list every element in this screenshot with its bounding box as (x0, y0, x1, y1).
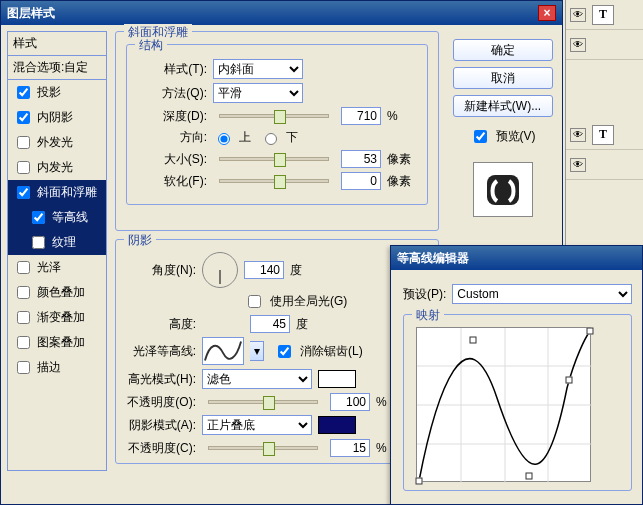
shadow-mode-label: 阴影模式(A): (126, 417, 196, 434)
contour-titlebar: 等高线编辑器 (391, 246, 642, 270)
curve-anchor[interactable] (416, 478, 423, 485)
style-checkbox[interactable] (32, 236, 45, 249)
layer-row[interactable]: 👁 T (566, 120, 643, 150)
style-item-光泽[interactable]: 光泽 (8, 255, 106, 280)
depth-slider[interactable] (219, 114, 329, 118)
direction-up-radio[interactable] (218, 133, 230, 145)
altitude-unit: 度 (296, 316, 308, 333)
style-checkbox[interactable] (17, 136, 30, 149)
visibility-eye-icon[interactable]: 👁 (570, 8, 586, 22)
style-checkbox[interactable] (17, 336, 30, 349)
new-style-button[interactable]: 新建样式(W)... (453, 95, 553, 117)
ok-button[interactable]: 确定 (453, 39, 553, 61)
highlight-color-swatch[interactable] (318, 370, 356, 388)
styles-panel: 样式 混合选项:自定 投影内阴影外发光内发光斜面和浮雕等高线纹理光泽颜色叠加渐变… (1, 25, 111, 504)
style-item-label: 内发光 (37, 159, 73, 176)
style-item-颜色叠加[interactable]: 颜色叠加 (8, 280, 106, 305)
visibility-eye-icon[interactable]: 👁 (570, 158, 586, 172)
depth-input[interactable] (341, 107, 381, 125)
preview-icon (483, 171, 523, 209)
preview-label: 预览(V) (496, 128, 536, 145)
direction-up-label: 上 (239, 129, 251, 146)
highlight-opacity-slider[interactable] (208, 400, 318, 404)
layer-thumbnail[interactable]: T (592, 5, 614, 25)
angle-wheel[interactable] (202, 252, 238, 288)
visibility-eye-icon[interactable]: 👁 (570, 128, 586, 142)
gloss-contour-picker[interactable] (202, 337, 244, 365)
curve-anchor[interactable] (566, 377, 573, 384)
contour-editor-dialog: 等高线编辑器 预设(P): Custom 映射 (390, 245, 643, 505)
layer-row[interactable]: 👁 T (566, 0, 643, 30)
style-checkbox[interactable] (17, 186, 30, 199)
mapping-group: 映射 (403, 314, 632, 491)
angle-unit: 度 (290, 262, 302, 279)
cancel-button[interactable]: 取消 (453, 67, 553, 89)
direction-down-label: 下 (286, 129, 298, 146)
gloss-contour-label: 光泽等高线: (126, 343, 196, 360)
layer-row[interactable]: 👁 (566, 150, 643, 180)
styles-header[interactable]: 样式 (8, 32, 106, 56)
style-item-等高线[interactable]: 等高线 (8, 205, 106, 230)
shadow-color-swatch[interactable] (318, 416, 356, 434)
direction-down-radio[interactable] (265, 133, 277, 145)
style-select[interactable]: 内斜面 (213, 59, 303, 79)
style-checkbox[interactable] (17, 361, 30, 374)
layer-thumbnail[interactable]: T (592, 125, 614, 145)
preset-select[interactable]: Custom (452, 284, 632, 304)
shadow-opacity-label: 不透明度(C): (126, 440, 196, 457)
shadow-opacity-input[interactable] (330, 439, 370, 457)
highlight-opacity-input[interactable] (330, 393, 370, 411)
curve-anchor[interactable] (526, 473, 533, 480)
shadow-mode-select[interactable]: 正片叠底 (202, 415, 312, 435)
preview-checkbox[interactable] (474, 130, 487, 143)
style-item-label: 描边 (37, 359, 61, 376)
size-slider[interactable] (219, 157, 329, 161)
style-item-label: 颜色叠加 (37, 284, 85, 301)
curve-anchor[interactable] (587, 328, 594, 335)
style-checkbox[interactable] (17, 311, 30, 324)
style-item-图案叠加[interactable]: 图案叠加 (8, 330, 106, 355)
antialias-checkbox[interactable] (278, 345, 291, 358)
style-item-label: 纹理 (52, 234, 76, 251)
angle-label: 角度(N): (126, 262, 196, 279)
angle-input[interactable] (244, 261, 284, 279)
technique-select[interactable]: 平滑 (213, 83, 303, 103)
size-input[interactable] (341, 150, 381, 168)
blend-options-item[interactable]: 混合选项:自定 (8, 56, 106, 80)
highlight-mode-select[interactable]: 滤色 (202, 369, 312, 389)
style-checkbox[interactable] (17, 286, 30, 299)
soften-input[interactable] (341, 172, 381, 190)
style-checkbox[interactable] (17, 86, 30, 99)
technique-label: 方法(Q): (137, 85, 207, 102)
style-item-斜面和浮雕[interactable]: 斜面和浮雕 (8, 180, 106, 205)
soften-slider[interactable] (219, 179, 329, 183)
close-button[interactable]: × (538, 5, 556, 21)
style-item-外发光[interactable]: 外发光 (8, 130, 106, 155)
global-light-checkbox[interactable] (248, 295, 261, 308)
structure-subgroup: 结构 样式(T): 内斜面 方法(Q): 平滑 深度(D): % (126, 44, 428, 205)
style-item-纹理[interactable]: 纹理 (8, 230, 106, 255)
depth-label: 深度(D): (137, 108, 207, 125)
depth-unit: % (387, 109, 409, 123)
mapping-label: 映射 (412, 307, 444, 324)
curve-anchor[interactable] (470, 337, 477, 344)
layer-row[interactable]: 👁 (566, 30, 643, 60)
style-checkbox[interactable] (32, 211, 45, 224)
style-item-渐变叠加[interactable]: 渐变叠加 (8, 305, 106, 330)
style-item-内发光[interactable]: 内发光 (8, 155, 106, 180)
style-item-内阴影[interactable]: 内阴影 (8, 105, 106, 130)
size-unit: 像素 (387, 151, 411, 168)
highlight-mode-label: 高光模式(H): (126, 371, 196, 388)
style-item-描边[interactable]: 描边 (8, 355, 106, 380)
style-checkbox[interactable] (17, 261, 30, 274)
shadow-opacity-slider[interactable] (208, 446, 318, 450)
contour-curve-canvas[interactable] (416, 327, 591, 482)
style-item-投影[interactable]: 投影 (8, 80, 106, 105)
altitude-input[interactable] (250, 315, 290, 333)
chevron-down-icon[interactable]: ▾ (250, 341, 264, 361)
style-item-label: 图案叠加 (37, 334, 85, 351)
style-checkbox[interactable] (17, 111, 30, 124)
visibility-eye-icon[interactable]: 👁 (570, 38, 586, 52)
style-checkbox[interactable] (17, 161, 30, 174)
size-label: 大小(S): (137, 151, 207, 168)
